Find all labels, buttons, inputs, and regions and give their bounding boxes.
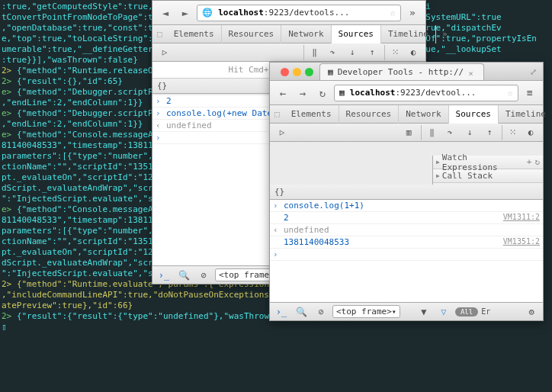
bottom-toolbar: ›_ 🔍 ⊘ <top frame> ▾ ▼ ▽ All Er ⚙ bbox=[270, 302, 543, 320]
tab-elements[interactable]: Elements bbox=[167, 25, 222, 43]
resume-button[interactable]: ▷ bbox=[156, 45, 174, 60]
forward-button[interactable]: → bbox=[294, 85, 311, 101]
filter-icon[interactable]: ▽ bbox=[435, 304, 452, 320]
step-out-button[interactable]: ↑ bbox=[480, 125, 499, 140]
minimize-window-icon[interactable] bbox=[293, 68, 301, 76]
devtools-tabs: ⬚ Elements Resources Network Sources Tim… bbox=[270, 105, 543, 124]
tab-resources[interactable]: Resources bbox=[339, 105, 400, 124]
url-host: localhost bbox=[218, 8, 264, 18]
globe-icon: 🌐 bbox=[202, 8, 213, 18]
browser-toolbar: ← → ↻ ▦ localhost :9223/devtool... ☆ ≡ bbox=[270, 81, 543, 105]
refresh-icon[interactable]: ↻ bbox=[534, 157, 540, 167]
overflow-menu[interactable]: » bbox=[404, 5, 421, 21]
tab-network[interactable]: Network bbox=[281, 25, 331, 43]
tab-network[interactable]: Network bbox=[399, 105, 448, 124]
section-label: Watch Expressions bbox=[442, 153, 527, 172]
devtools-tabs: ⬚ Elements Resources Network Sources Tim… bbox=[152, 25, 425, 43]
step-into-button[interactable]: ↓ bbox=[461, 125, 479, 140]
tab-sources[interactable]: Sources bbox=[449, 105, 499, 124]
step-out-button[interactable]: ↑ bbox=[363, 45, 381, 60]
pause-button[interactable]: ‖ bbox=[303, 45, 322, 60]
settings-icon[interactable]: ⚙ bbox=[523, 304, 540, 320]
filter-all[interactable]: All bbox=[455, 307, 478, 316]
pause-button[interactable]: ‖ bbox=[421, 125, 439, 140]
tab-favicon: ▦ bbox=[328, 67, 333, 77]
address-bar[interactable]: 🌐 localhost :9223/devtools... ☆ bbox=[197, 5, 401, 21]
debugger-toolbar: ▷ ‖ ↷ ↓ ↑ ⁙ ◐ bbox=[152, 43, 425, 62]
debugger-toolbar: ▷ ▥ ‖ ↷ ↓ ↑ ⁙ ◐ bbox=[270, 124, 543, 142]
disclosure-triangle-icon: ▶ bbox=[436, 159, 440, 165]
devtools-window-2: ▦ Developer Tools - http:// × ⤢ ← → ↻ ▦ … bbox=[269, 62, 544, 321]
pause-exceptions-button[interactable]: ◐ bbox=[522, 125, 540, 140]
menu-button[interactable]: ≡ bbox=[522, 85, 538, 101]
url-host: localhost bbox=[350, 88, 396, 98]
step-into-button[interactable]: ↓ bbox=[343, 45, 361, 60]
close-tab-icon[interactable]: × bbox=[468, 69, 476, 76]
back-button[interactable]: ← bbox=[274, 85, 291, 101]
frame-selector[interactable]: <top frame> ▾ bbox=[332, 305, 400, 318]
star-icon[interactable]: ☆ bbox=[390, 7, 396, 18]
tab-timeline[interactable]: Timeline bbox=[499, 105, 552, 124]
console-line: 2VM1311:2 bbox=[270, 212, 543, 224]
inspector-icon[interactable]: ⬚ bbox=[270, 109, 284, 119]
filter-errors[interactable]: Er bbox=[481, 307, 490, 316]
search-icon[interactable]: 🔍 bbox=[293, 304, 310, 320]
browser-tab[interactable]: ▦ Developer Tools - http:// × bbox=[319, 63, 484, 80]
url-path: :9223/devtool... bbox=[395, 88, 476, 98]
forward-button[interactable]: ► bbox=[177, 5, 194, 21]
maximize-window-icon[interactable] bbox=[305, 68, 313, 76]
disclosure-triangle-icon: ▶ bbox=[436, 172, 440, 179]
clear-icon[interactable]: ⊘ bbox=[313, 304, 329, 320]
step-over-button[interactable]: ↷ bbox=[323, 45, 342, 60]
deactivate-breakpoints-button[interactable]: ⁙ bbox=[384, 45, 403, 60]
reload-button[interactable]: ↻ bbox=[314, 85, 331, 101]
tab-timeline[interactable]: Timeline bbox=[381, 25, 436, 43]
back-button[interactable]: ◄ bbox=[157, 5, 174, 21]
page-icon: ▦ bbox=[339, 88, 345, 98]
console-line: 1381140048533VM1351:2 bbox=[270, 236, 543, 249]
tab-elements[interactable]: Elements bbox=[284, 105, 339, 124]
console-toggle-icon[interactable]: ›_ bbox=[273, 304, 290, 320]
tab-resources[interactable]: Resources bbox=[222, 25, 282, 43]
console-line: ‹undefined bbox=[270, 224, 543, 236]
pause-exceptions-button[interactable]: ◐ bbox=[404, 45, 422, 60]
tabs-overflow[interactable]: » bbox=[436, 29, 454, 39]
film-icon[interactable]: ▥ bbox=[400, 125, 418, 140]
fullscreen-icon[interactable]: ⤢ bbox=[524, 64, 543, 80]
console-line: › bbox=[270, 249, 543, 261]
breadcrumb-bar: {} bbox=[270, 185, 543, 200]
tab-title: Developer Tools - http:// bbox=[338, 67, 464, 77]
tab-sources[interactable]: Sources bbox=[332, 25, 381, 43]
traffic-lights[interactable] bbox=[274, 64, 319, 80]
clear-icon[interactable]: ⊘ bbox=[195, 268, 212, 283]
console-line: ›console.log(1+1) bbox=[270, 200, 543, 212]
browser-toolbar: ◄ ► 🌐 localhost :9223/devtools... ☆ » bbox=[152, 1, 425, 25]
step-over-button[interactable]: ↷ bbox=[441, 125, 459, 140]
deactivate-breakpoints-button[interactable]: ⁙ bbox=[502, 125, 520, 140]
watch-expressions-section[interactable]: ▶ Watch Expressions +↻ bbox=[433, 156, 543, 169]
inspector-icon[interactable]: ⬚ bbox=[152, 29, 167, 39]
resume-button[interactable]: ▷ bbox=[273, 125, 291, 140]
address-bar[interactable]: ▦ localhost :9223/devtool... ☆ bbox=[334, 85, 518, 101]
browser-tab-strip: ▦ Developer Tools - http:// × ⤢ bbox=[270, 63, 543, 81]
console-toggle-icon[interactable]: ›_ bbox=[156, 268, 172, 283]
url-path: :9223/devtools... bbox=[264, 8, 350, 18]
star-icon[interactable]: ☆ bbox=[507, 87, 513, 98]
close-window-icon[interactable] bbox=[281, 68, 289, 76]
add-icon[interactable]: + bbox=[527, 157, 532, 167]
console-area[interactable]: ›console.log(1+1) 2VM1311:2‹undefined 13… bbox=[270, 200, 543, 302]
dropdown-icon[interactable]: ▼ bbox=[416, 304, 432, 320]
section-label: Call Stack bbox=[442, 171, 493, 181]
debugger-sidebar: ▶ Watch Expressions +↻ ▶ Call Stack bbox=[432, 156, 543, 185]
search-icon[interactable]: 🔍 bbox=[175, 268, 192, 283]
